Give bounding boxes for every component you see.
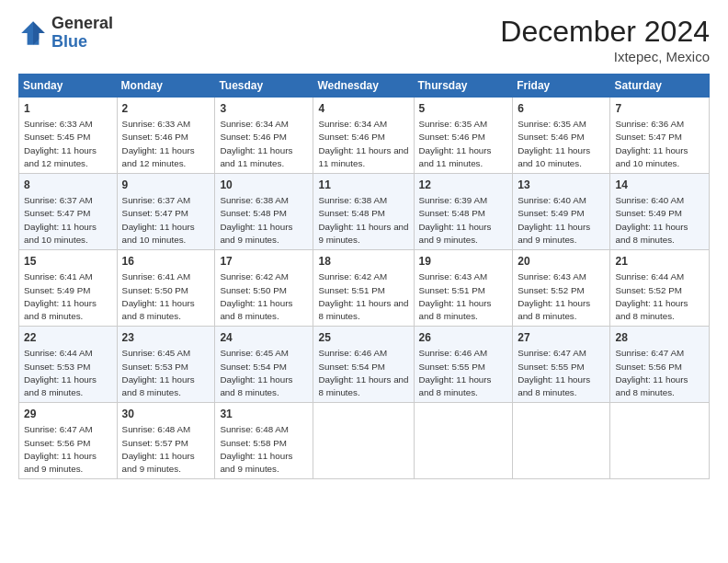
day-number: 2 [122,101,210,116]
header-saturday: Saturday [610,75,710,98]
header-friday: Friday [513,75,610,98]
day-number: 11 [318,178,408,192]
day-number: 8 [24,178,112,192]
day-info: Sunrise: 6:45 AMSunset: 5:54 PMDaylight:… [220,348,292,397]
day-number: 17 [220,254,308,269]
calendar-cell: 27Sunrise: 6:47 AMSunset: 5:55 PMDayligh… [513,327,610,403]
title-block: December 2024 Ixtepec, Mexico [500,15,710,64]
logo-general: General [51,14,113,32]
day-info: Sunrise: 6:43 AMSunset: 5:52 PMDaylight:… [518,271,590,321]
logo-icon [18,18,48,48]
day-info: Sunrise: 6:33 AMSunset: 5:46 PMDaylight:… [122,119,195,168]
calendar-cell: 5Sunrise: 6:35 AMSunset: 5:46 PMDaylight… [414,98,513,174]
calendar-week-row: 29Sunrise: 6:47 AMSunset: 5:56 PMDayligh… [19,403,710,479]
calendar-cell: 25Sunrise: 6:46 AMSunset: 5:54 PMDayligh… [313,327,414,403]
day-info: Sunrise: 6:34 AMSunset: 5:46 PMDaylight:… [220,119,292,168]
day-info: Sunrise: 6:36 AMSunset: 5:47 PMDaylight:… [615,119,688,168]
day-number: 25 [318,330,408,345]
logo: General Blue [18,15,113,52]
day-info: Sunrise: 6:45 AMSunset: 5:53 PMDaylight:… [122,348,195,397]
day-info: Sunrise: 6:35 AMSunset: 5:46 PMDaylight:… [518,119,590,168]
day-info: Sunrise: 6:44 AMSunset: 5:53 PMDaylight:… [24,348,97,397]
calendar-cell: 11Sunrise: 6:38 AMSunset: 5:48 PMDayligh… [313,174,414,250]
calendar-cell: 1Sunrise: 6:33 AMSunset: 5:45 PMDaylight… [19,98,118,174]
day-info: Sunrise: 6:47 AMSunset: 5:55 PMDaylight:… [518,348,590,397]
calendar-cell: 24Sunrise: 6:45 AMSunset: 5:54 PMDayligh… [215,327,313,403]
day-number: 22 [24,330,112,345]
day-number: 10 [220,178,308,192]
calendar-cell: 4Sunrise: 6:34 AMSunset: 5:46 PMDaylight… [313,98,414,174]
calendar-cell: 28Sunrise: 6:47 AMSunset: 5:56 PMDayligh… [610,327,710,403]
day-info: Sunrise: 6:42 AMSunset: 5:51 PMDaylight:… [318,271,408,321]
header-tuesday: Tuesday [215,75,313,98]
day-number: 20 [518,254,605,269]
calendar-week-row: 1Sunrise: 6:33 AMSunset: 5:45 PMDaylight… [19,98,710,174]
month-title: December 2024 [500,15,710,49]
day-info: Sunrise: 6:34 AMSunset: 5:46 PMDaylight:… [318,119,408,168]
day-number: 18 [318,254,408,269]
day-info: Sunrise: 6:41 AMSunset: 5:50 PMDaylight:… [122,271,195,321]
calendar-cell: 13Sunrise: 6:40 AMSunset: 5:49 PMDayligh… [513,174,610,250]
day-info: Sunrise: 6:40 AMSunset: 5:49 PMDaylight:… [615,195,688,245]
calendar-cell: 14Sunrise: 6:40 AMSunset: 5:49 PMDayligh… [610,174,710,250]
calendar-week-row: 22Sunrise: 6:44 AMSunset: 5:53 PMDayligh… [19,327,710,403]
day-number: 26 [419,330,508,345]
header-sunday: Sunday [19,75,118,98]
day-number: 23 [122,330,210,345]
calendar-cell: 9Sunrise: 6:37 AMSunset: 5:47 PMDaylight… [117,174,215,250]
calendar-cell: 23Sunrise: 6:45 AMSunset: 5:53 PMDayligh… [117,327,215,403]
calendar-cell: 12Sunrise: 6:39 AMSunset: 5:48 PMDayligh… [414,174,513,250]
calendar-table: Sunday Monday Tuesday Wednesday Thursday… [18,74,710,479]
day-info: Sunrise: 6:47 AMSunset: 5:56 PMDaylight:… [615,348,688,397]
day-info: Sunrise: 6:37 AMSunset: 5:47 PMDaylight:… [24,195,97,245]
day-number: 4 [318,101,408,116]
page: General Blue December 2024 Ixtepec, Mexi… [0,0,728,488]
day-number: 3 [220,101,308,116]
svg-marker-1 [33,21,45,45]
day-info: Sunrise: 6:44 AMSunset: 5:52 PMDaylight:… [615,271,688,321]
calendar-cell: 31Sunrise: 6:48 AMSunset: 5:58 PMDayligh… [215,403,313,479]
day-info: Sunrise: 6:48 AMSunset: 5:58 PMDaylight:… [220,424,292,474]
day-info: Sunrise: 6:46 AMSunset: 5:55 PMDaylight:… [419,348,492,397]
day-number: 14 [615,178,704,192]
day-number: 13 [518,178,605,192]
day-number: 1 [24,101,112,116]
logo-text: General Blue [51,15,113,52]
day-number: 15 [24,254,112,269]
day-number: 12 [419,178,508,192]
day-info: Sunrise: 6:47 AMSunset: 5:56 PMDaylight:… [24,424,97,474]
day-info: Sunrise: 6:43 AMSunset: 5:51 PMDaylight:… [419,271,492,321]
logo-blue: Blue [51,32,87,51]
day-number: 24 [220,330,308,345]
header-wednesday: Wednesday [313,75,414,98]
day-info: Sunrise: 6:41 AMSunset: 5:49 PMDaylight:… [24,271,97,321]
day-info: Sunrise: 6:42 AMSunset: 5:50 PMDaylight:… [220,271,292,321]
location: Ixtepec, Mexico [500,49,710,64]
day-info: Sunrise: 6:48 AMSunset: 5:57 PMDaylight:… [122,424,195,474]
day-info: Sunrise: 6:38 AMSunset: 5:48 PMDaylight:… [220,195,292,245]
day-number: 30 [122,407,210,421]
day-number: 9 [122,178,210,192]
calendar-cell: 26Sunrise: 6:46 AMSunset: 5:55 PMDayligh… [414,327,513,403]
day-info: Sunrise: 6:37 AMSunset: 5:47 PMDaylight:… [122,195,195,245]
calendar-cell: 3Sunrise: 6:34 AMSunset: 5:46 PMDaylight… [215,98,313,174]
calendar-week-row: 15Sunrise: 6:41 AMSunset: 5:49 PMDayligh… [19,250,710,327]
day-info: Sunrise: 6:33 AMSunset: 5:45 PMDaylight:… [24,119,97,168]
day-info: Sunrise: 6:40 AMSunset: 5:49 PMDaylight:… [518,195,590,245]
day-number: 29 [24,407,112,421]
day-number: 27 [518,330,605,345]
calendar-cell: 19Sunrise: 6:43 AMSunset: 5:51 PMDayligh… [414,250,513,327]
day-number: 5 [419,101,508,116]
calendar-cell: 21Sunrise: 6:44 AMSunset: 5:52 PMDayligh… [610,250,710,327]
header-monday: Monday [117,75,215,98]
header-thursday: Thursday [414,75,513,98]
calendar-cell [414,403,513,479]
calendar-cell: 16Sunrise: 6:41 AMSunset: 5:50 PMDayligh… [117,250,215,327]
calendar-cell: 30Sunrise: 6:48 AMSunset: 5:57 PMDayligh… [117,403,215,479]
day-info: Sunrise: 6:35 AMSunset: 5:46 PMDaylight:… [419,119,492,168]
calendar-cell: 10Sunrise: 6:38 AMSunset: 5:48 PMDayligh… [215,174,313,250]
day-number: 7 [615,101,704,116]
day-number: 6 [518,101,605,116]
day-number: 19 [419,254,508,269]
day-number: 21 [615,254,704,269]
